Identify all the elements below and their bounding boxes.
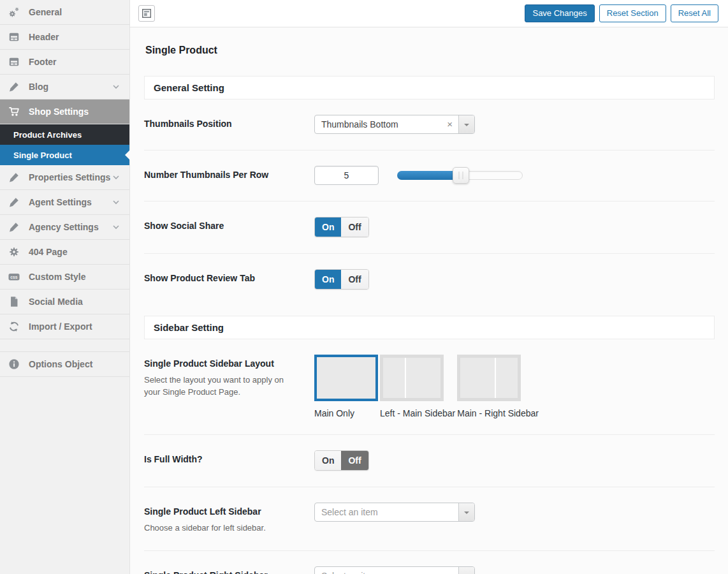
layout-option-label: Main - Right Sidebar bbox=[457, 408, 539, 418]
sidebar-subitem-single-product[interactable]: Single Product bbox=[0, 145, 129, 165]
layout-main-column bbox=[406, 358, 440, 398]
field-row-full-width: Is Full Width? On Off bbox=[144, 435, 715, 487]
field-label-text: Is Full Width? bbox=[144, 454, 314, 464]
chevron-down-icon bbox=[111, 82, 121, 92]
layout-sidebar-column bbox=[496, 358, 518, 398]
panel-icon bbox=[8, 55, 21, 68]
select-arrow-box[interactable] bbox=[458, 503, 474, 521]
gear-icon bbox=[8, 246, 21, 258]
clear-selection-icon[interactable]: × bbox=[443, 119, 458, 131]
sidebar-subitem-label: Product Archives bbox=[13, 130, 82, 140]
sidebar-item-label: Header bbox=[29, 32, 59, 42]
chevron-down-icon bbox=[464, 124, 469, 129]
layout-option-left-main-sidebar[interactable]: Left - Main Sidebar bbox=[380, 355, 455, 418]
toggle-off-option[interactable]: Off bbox=[341, 451, 368, 470]
toggle-on-option[interactable]: On bbox=[315, 217, 341, 237]
layout-option-main-right-sidebar[interactable]: Main - Right Sidebar bbox=[457, 355, 539, 418]
cart-icon bbox=[8, 105, 21, 118]
sidebar-item-label: Import / Export bbox=[29, 321, 92, 332]
reset-all-button[interactable]: Reset All bbox=[671, 4, 718, 22]
sidebar-item-agency-settings[interactable]: Agency Settings bbox=[0, 215, 129, 240]
toggle-on-option[interactable]: On bbox=[315, 270, 341, 289]
sidebar-item-custom-style[interactable]: css Custom Style bbox=[0, 265, 129, 290]
field-label: Single Product Left Sidebar Choose a sid… bbox=[144, 503, 314, 534]
layout-icon bbox=[141, 8, 152, 19]
select-arrow-box[interactable] bbox=[458, 567, 474, 574]
sidebar-item-header[interactable]: Header bbox=[0, 25, 129, 50]
field-label-text: Single Product Sidebar Layout bbox=[144, 358, 314, 369]
toggle-layout-button[interactable] bbox=[138, 5, 155, 22]
sidebar-item-label: 404 Page bbox=[29, 247, 68, 257]
left-sidebar-select[interactable]: Select an item bbox=[314, 503, 475, 522]
sidebar-item-social-media[interactable]: Social Media bbox=[0, 290, 129, 314]
pencil-icon bbox=[8, 221, 21, 233]
sidebar-item-label: Agency Settings bbox=[29, 222, 99, 232]
sidebar-item-general[interactable]: General bbox=[0, 0, 129, 25]
field-label: Show Product Review Tab bbox=[144, 269, 314, 290]
right-sidebar-select[interactable]: Select an item bbox=[314, 566, 475, 574]
chevron-down-icon bbox=[111, 172, 121, 182]
sidebar-subitem-product-archives[interactable]: Product Archives bbox=[0, 124, 129, 145]
chevron-down-icon bbox=[111, 197, 121, 207]
slider-handle[interactable] bbox=[453, 167, 469, 184]
save-changes-button[interactable]: Save Changes bbox=[525, 4, 594, 22]
toggle-off-option[interactable]: Off bbox=[341, 217, 368, 237]
field-control: Select an item bbox=[314, 566, 715, 574]
select-value: Thumbnails Bottom bbox=[315, 119, 443, 129]
field-label: Show Social Share bbox=[144, 217, 314, 237]
field-label-text: Number Thumbnails Per Row bbox=[144, 170, 314, 180]
field-control: Select an item bbox=[314, 503, 715, 534]
field-row-left-sidebar: Single Product Left Sidebar Choose a sid… bbox=[144, 487, 715, 551]
thumbnails-per-row-slider[interactable] bbox=[397, 171, 523, 180]
field-control: Main Only Left - Main Sidebar bbox=[314, 355, 715, 418]
field-row-thumbnails-position: Thumbnails Position Thumbnails Bottom × bbox=[144, 99, 715, 151]
field-label: Is Full Width? bbox=[144, 450, 314, 471]
review-tab-toggle: On Off bbox=[314, 269, 369, 290]
sidebar-item-shop-settings[interactable]: Shop Settings bbox=[0, 99, 129, 124]
field-label-text: Thumbnails Position bbox=[144, 119, 314, 129]
reset-section-button[interactable]: Reset Section bbox=[599, 4, 666, 22]
sync-icon bbox=[8, 320, 21, 333]
sidebar-item-properties-settings[interactable]: Properties Settings bbox=[0, 165, 129, 190]
toggle-off-option[interactable]: Off bbox=[341, 270, 368, 289]
select-arrow-box[interactable] bbox=[458, 115, 474, 133]
sidebar-item-agent-settings[interactable]: Agent Settings bbox=[0, 190, 129, 215]
sidebar-item-import-export[interactable]: Import / Export bbox=[0, 314, 129, 339]
field-label: Single Product Right Sidebar Choose a si… bbox=[144, 566, 314, 574]
sidebar-item-blog[interactable]: Blog bbox=[0, 75, 129, 99]
main-panel: Save Changes Reset Section Reset All Sin… bbox=[130, 0, 728, 574]
toggle-on-option[interactable]: On bbox=[315, 451, 341, 470]
field-label: Number Thumbnails Per Row bbox=[144, 166, 314, 185]
field-label-text: Show Product Review Tab bbox=[144, 273, 314, 283]
layout-thumbnail bbox=[457, 355, 521, 401]
css-icon: css bbox=[8, 270, 21, 283]
section-general-setting: General Setting bbox=[144, 76, 715, 99]
layout-main-column bbox=[460, 358, 495, 398]
select-placeholder: Select an item bbox=[315, 571, 458, 574]
select-placeholder: Select an item bbox=[315, 507, 458, 517]
sidebar-filler bbox=[0, 377, 129, 574]
field-row-show-review-tab: Show Product Review Tab On Off bbox=[144, 254, 715, 305]
pencil-icon bbox=[8, 171, 21, 184]
thumbnails-position-select[interactable]: Thumbnails Bottom × bbox=[314, 115, 475, 134]
layout-option-main-only[interactable]: Main Only bbox=[314, 355, 378, 418]
field-control: Thumbnails Bottom × bbox=[314, 115, 715, 134]
thumbnails-per-row-input[interactable] bbox=[314, 166, 379, 185]
sidebar-subitem-label: Single Product bbox=[13, 151, 72, 160]
sidebar-layout-options: Main Only Left - Main Sidebar bbox=[314, 355, 541, 418]
field-row-sidebar-layout: Single Product Sidebar Layout Select the… bbox=[144, 339, 715, 435]
page-title: Single Product bbox=[145, 45, 715, 56]
field-control: On Off bbox=[314, 269, 715, 290]
pencil-icon bbox=[8, 196, 21, 209]
sidebar-item-options-object[interactable]: Options Object bbox=[0, 352, 129, 377]
full-width-toggle: On Off bbox=[314, 450, 369, 471]
field-row-show-social-share: Show Social Share On Off bbox=[144, 202, 715, 254]
sidebar-item-footer[interactable]: Footer bbox=[0, 50, 129, 75]
field-control: On Off bbox=[314, 450, 715, 471]
field-label: Thumbnails Position bbox=[144, 115, 314, 134]
field-row-thumbnails-per-row: Number Thumbnails Per Row bbox=[144, 151, 715, 202]
social-share-toggle: On Off bbox=[314, 217, 369, 237]
sidebar-item-404-page[interactable]: 404 Page bbox=[0, 240, 129, 265]
app-window: General Header Footer Blog Shop Settings… bbox=[0, 0, 728, 574]
settings-page: Single Product General Setting Thumbnail… bbox=[130, 27, 728, 574]
